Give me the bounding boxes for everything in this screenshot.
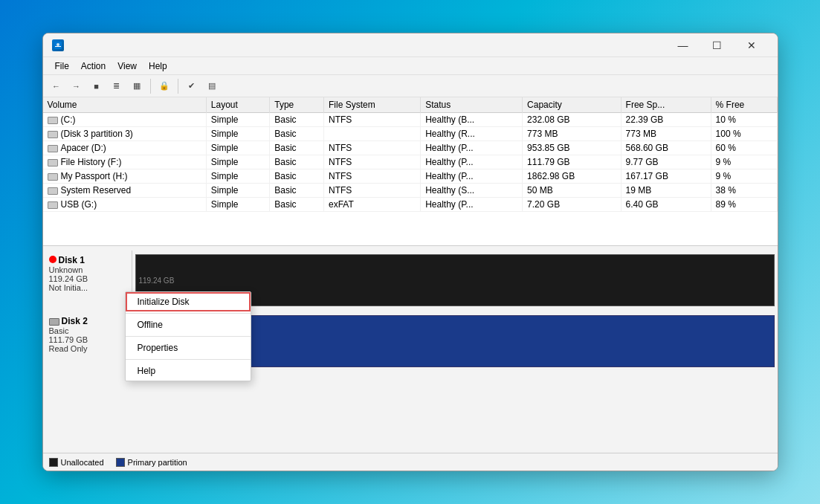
- close-button[interactable]: ✕: [735, 33, 769, 57]
- toolbar-btn-5[interactable]: ▦: [128, 78, 146, 94]
- table-row[interactable]: My Passport (H:)SimpleBasicNTFSHealthy (…: [43, 169, 778, 184]
- table-cell-0-3: NTFS: [324, 113, 421, 127]
- menu-file[interactable]: File: [49, 59, 75, 73]
- table-cell-6-0: USB (G:): [43, 198, 207, 212]
- col-type[interactable]: Type: [270, 97, 324, 113]
- ctx-separator-2: [126, 336, 251, 337]
- table-cell-3-3: NTFS: [324, 155, 421, 169]
- table-cell-1-0: (Disk 3 partition 3): [43, 127, 207, 141]
- toolbar-btn-8[interactable]: ▤: [203, 78, 221, 94]
- disk-1-type: Unknown: [49, 265, 126, 274]
- col-layout[interactable]: Layout: [206, 97, 269, 113]
- table-cell-5-5: 50 MB: [523, 184, 621, 198]
- toolbar-btn-3[interactable]: ■: [88, 78, 106, 94]
- menu-view[interactable]: View: [112, 59, 143, 73]
- table-cell-6-2: Basic: [270, 198, 324, 212]
- table-cell-5-1: Simple: [206, 184, 269, 198]
- table-row[interactable]: USB (G:)SimpleBasicexFATHealthy (P...7.2…: [43, 198, 778, 212]
- table-cell-2-3: NTFS: [324, 141, 421, 155]
- back-button[interactable]: ←: [48, 78, 65, 94]
- forward-button[interactable]: →: [68, 78, 85, 94]
- disk-management-window: — ☐ ✕ File Action View Help ← → ■ ≣ ▦ 🔒 …: [42, 33, 778, 471]
- table-cell-1-6: 773 MB: [621, 127, 711, 141]
- legend-primary-label: Primary partition: [128, 458, 187, 467]
- legend-unallocated-box: [49, 458, 58, 467]
- table-cell-0-0: (C:): [43, 113, 207, 127]
- table-cell-0-7: 10 %: [711, 113, 777, 127]
- table-cell-2-5: 953.85 GB: [523, 141, 621, 155]
- svg-point-2: [57, 43, 59, 46]
- table-cell-0-5: 232.08 GB: [523, 113, 621, 127]
- toolbar-btn-4[interactable]: ≣: [108, 78, 126, 94]
- title-bar: — ☐ ✕: [43, 33, 778, 57]
- table-cell-6-1: Simple: [206, 198, 269, 212]
- ctx-properties[interactable]: Properties: [126, 338, 251, 358]
- table-cell-5-3: NTFS: [324, 184, 421, 198]
- volume-table: Volume Layout Type File System Status Ca…: [43, 97, 778, 212]
- ctx-separator-3: [126, 359, 251, 360]
- table-row[interactable]: (C:)SimpleBasicNTFSHealthy (B...232.08 G…: [43, 113, 778, 127]
- col-capacity[interactable]: Capacity: [523, 97, 621, 113]
- window-controls: — ☐ ✕: [666, 33, 769, 57]
- table-cell-4-3: NTFS: [324, 169, 421, 184]
- toolbar-btn-7[interactable]: ✔: [183, 78, 201, 94]
- maximize-button[interactable]: ☐: [700, 33, 735, 57]
- col-volume[interactable]: Volume: [43, 97, 207, 113]
- disk-1-indicator: [49, 256, 57, 263]
- table-cell-4-5: 1862.98 GB: [523, 169, 621, 184]
- table-cell-3-2: Basic: [270, 155, 324, 169]
- table-cell-2-6: 568.60 GB: [621, 141, 711, 155]
- col-percent-free[interactable]: % Free: [711, 97, 777, 113]
- legend-unallocated: Unallocated: [49, 458, 104, 467]
- col-free-space[interactable]: Free Sp...: [621, 97, 711, 113]
- table-cell-2-7: 60 %: [711, 141, 777, 155]
- table-cell-3-4: Healthy (P...: [421, 155, 523, 169]
- table-cell-5-7: 38 %: [711, 184, 777, 198]
- volume-icon: [48, 117, 58, 124]
- menu-bar: File Action View Help: [43, 57, 778, 75]
- ctx-initialize-disk[interactable]: Initialize Disk: [126, 292, 251, 311]
- col-filesystem[interactable]: File System: [324, 97, 421, 113]
- table-cell-0-1: Simple: [206, 113, 269, 127]
- table-cell-2-2: Basic: [270, 141, 324, 155]
- table-cell-2-0: Apacer (D:): [43, 141, 207, 155]
- table-cell-6-6: 6.40 GB: [621, 198, 711, 212]
- table-cell-1-7: 100 %: [711, 127, 777, 141]
- table-cell-4-7: 9 %: [711, 169, 777, 184]
- volume-table-area[interactable]: Volume Layout Type File System Status Ca…: [43, 97, 778, 246]
- table-cell-1-4: Healthy (R...: [421, 127, 523, 141]
- table-cell-5-2: Basic: [270, 184, 324, 198]
- table-row[interactable]: (Disk 3 partition 3)SimpleBasicHealthy (…: [43, 127, 778, 141]
- toolbar-btn-6[interactable]: 🔒: [155, 78, 173, 94]
- volume-icon: [48, 145, 58, 152]
- disk-2-status: Read Only: [49, 344, 126, 353]
- disk-area-inner: Disk 1 Unknown 119.24 GB Not Initia... 1…: [43, 251, 778, 371]
- table-cell-0-4: Healthy (B...: [421, 113, 523, 127]
- table-cell-3-6: 9.77 GB: [621, 155, 711, 169]
- table-cell-2-1: Simple: [206, 141, 269, 155]
- ctx-help[interactable]: Help: [126, 361, 251, 381]
- menu-help[interactable]: Help: [143, 59, 173, 73]
- table-cell-3-7: 9 %: [711, 155, 777, 169]
- toolbar-separator: [150, 79, 151, 94]
- col-status[interactable]: Status: [421, 97, 523, 113]
- ctx-offline[interactable]: Offline: [126, 315, 251, 335]
- legend-primary-box: [116, 458, 125, 467]
- volume-icon: [48, 159, 58, 167]
- table-cell-3-5: 111.79 GB: [523, 155, 621, 169]
- table-cell-1-1: Simple: [206, 127, 269, 141]
- disk-1-status: Not Initia...: [49, 283, 126, 292]
- table-cell-5-0: System Reserved: [43, 184, 207, 198]
- menu-action[interactable]: Action: [75, 59, 112, 73]
- table-cell-4-1: Simple: [206, 169, 269, 184]
- disk-1-name: Disk 1: [49, 255, 126, 265]
- table-cell-0-2: Basic: [270, 113, 324, 127]
- status-bar: Unallocated Primary partition: [43, 453, 778, 471]
- table-cell-1-5: 773 MB: [523, 127, 621, 141]
- minimize-button[interactable]: —: [666, 33, 700, 57]
- toolbar-separator-2: [178, 79, 178, 94]
- ctx-separator: [126, 313, 251, 314]
- table-row[interactable]: File History (F:)SimpleBasicNTFSHealthy …: [43, 155, 778, 169]
- table-row[interactable]: System ReservedSimpleBasicNTFSHealthy (S…: [43, 184, 778, 198]
- table-row[interactable]: Apacer (D:)SimpleBasicNTFSHealthy (P...9…: [43, 141, 778, 155]
